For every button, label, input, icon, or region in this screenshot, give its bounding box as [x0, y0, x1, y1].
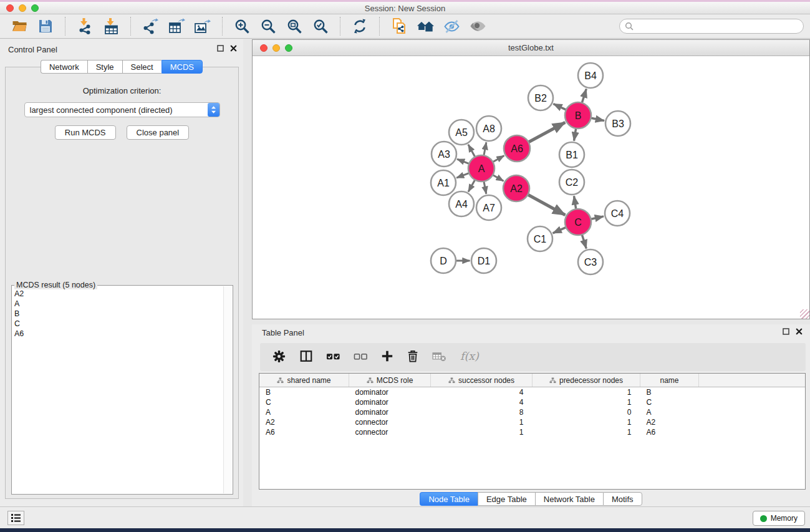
graph-edge-A2-C[interactable] [528, 195, 566, 215]
result-item[interactable]: C [14, 319, 223, 329]
graph-node-A5[interactable]: A5 [449, 120, 474, 145]
graph-node-C1[interactable]: C1 [528, 226, 552, 251]
search-input[interactable] [619, 19, 804, 34]
home-view-button[interactable] [414, 16, 436, 36]
add-row-button[interactable] [381, 350, 393, 364]
graph-node-D1[interactable]: D1 [471, 248, 496, 273]
result-item[interactable]: A6 [14, 329, 223, 339]
graph-node-A2[interactable]: A2 [503, 175, 529, 201]
graph-node-A[interactable]: A [468, 155, 494, 181]
graph-edge-C-C2[interactable] [574, 196, 576, 209]
table-row[interactable]: Adominator80A [259, 407, 805, 417]
graph-node-A7[interactable]: A7 [476, 195, 501, 220]
export-network-button[interactable] [139, 16, 162, 36]
graph-node-B3[interactable]: B3 [605, 111, 630, 136]
tab-network[interactable]: Network [41, 60, 87, 74]
column-header-predecessor-nodes[interactable]: predecessor nodes [533, 374, 640, 387]
run-mcds-button[interactable]: Run MCDS [55, 125, 116, 140]
svg-text:B: B [575, 110, 582, 121]
tab-network-table[interactable]: Network Table [535, 492, 603, 506]
close-panel-button[interactable]: Close panel [127, 125, 190, 140]
graph-node-A8[interactable]: A8 [476, 116, 501, 141]
graph-node-A3[interactable]: A3 [432, 142, 456, 167]
float-table-panel-button[interactable] [783, 328, 789, 335]
graph-edge-A-A4[interactable] [468, 180, 475, 192]
graph-edge-C-C3[interactable] [582, 235, 586, 249]
network-from-selection-button[interactable] [388, 16, 410, 36]
graph-node-B2[interactable]: B2 [528, 85, 553, 110]
graph-edge-A-A6[interactable] [493, 156, 504, 162]
graph-edge-B-B1[interactable] [574, 128, 576, 141]
result-scrollbar[interactable] [223, 286, 232, 493]
zoom-fit-button[interactable] [283, 16, 306, 36]
tab-select[interactable]: Select [122, 60, 162, 74]
import-network-button[interactable] [74, 16, 96, 36]
graph-edge-A-A3[interactable] [457, 159, 469, 163]
tab-node-table[interactable]: Node Table [420, 492, 478, 506]
table-row[interactable]: A2connector11A2 [259, 417, 805, 427]
close-panel-icon-button[interactable] [230, 45, 237, 52]
graph-edge-A-A8[interactable] [484, 142, 486, 155]
export-image-button[interactable] [191, 16, 214, 36]
column-header-successor-nodes[interactable]: successor nodes [431, 374, 533, 387]
graph-edge-A-A5[interactable] [468, 145, 475, 157]
graph-node-C4[interactable]: C4 [605, 201, 630, 226]
graph-node-C2[interactable]: C2 [559, 170, 584, 195]
table-row[interactable]: A6connector11A6 [259, 427, 805, 437]
column-header-shared-name[interactable]: shared name [259, 374, 349, 387]
resize-grip[interactable] [800, 309, 809, 319]
graph-node-D[interactable]: D [431, 248, 456, 273]
columns-button[interactable] [299, 349, 313, 365]
result-item[interactable]: A [14, 299, 223, 309]
graph-node-C3[interactable]: C3 [578, 249, 603, 274]
zoom-in-button[interactable] [231, 16, 253, 36]
show-all-button[interactable] [466, 16, 489, 36]
deselect-all-button[interactable] [354, 351, 368, 364]
graph-edge-C-C4[interactable] [591, 216, 604, 219]
zoom-out-button[interactable] [257, 16, 279, 36]
graph-edge-A-A2[interactable] [493, 175, 504, 181]
task-history-button[interactable] [7, 511, 24, 525]
graph-node-A6[interactable]: A6 [504, 135, 530, 162]
graph-node-B[interactable]: B [565, 102, 591, 128]
select-all-button[interactable] [326, 351, 340, 364]
criterion-select[interactable]: largest connected component (directed) [24, 102, 220, 117]
column-header-name[interactable]: name [640, 374, 699, 387]
graph-node-B4[interactable]: B4 [578, 63, 603, 88]
refresh-button[interactable] [349, 16, 371, 36]
graph-edge-B-B3[interactable] [591, 118, 604, 120]
network-canvas[interactable]: B4B2BB3A5A8A6B1A3AA1C2A2A4A7C4CC1DD1C3 [253, 56, 809, 319]
table-row[interactable]: Bdominator41B [259, 387, 805, 398]
result-item[interactable]: A2 [14, 289, 223, 299]
open-session-button[interactable] [8, 16, 31, 36]
tab-motifs[interactable]: Motifs [603, 492, 642, 506]
export-table-button[interactable] [165, 16, 188, 36]
graph-edge-C-C1[interactable] [553, 228, 566, 233]
zoom-selected-button[interactable] [309, 16, 332, 36]
graph-node-A1[interactable]: A1 [431, 170, 456, 195]
memory-button[interactable]: Memory [753, 511, 805, 526]
graph-edge-A6-B[interactable] [529, 122, 565, 142]
table-row[interactable]: Cdominator41C [259, 397, 805, 407]
graph-node-C[interactable]: C [565, 209, 591, 235]
memory-label: Memory [771, 514, 798, 523]
tab-edge-table[interactable]: Edge Table [478, 492, 535, 506]
tab-mcds[interactable]: MCDS [162, 60, 203, 74]
settings-button[interactable] [272, 349, 286, 365]
graph-edge-A-A7[interactable] [484, 181, 486, 194]
graph-node-B1[interactable]: B1 [559, 142, 584, 167]
import-table-button[interactable] [100, 16, 122, 36]
float-panel-button[interactable] [217, 45, 224, 52]
close-table-panel-button[interactable] [796, 328, 803, 335]
delete-row-button[interactable] [407, 349, 419, 365]
graph-edge-A-A1[interactable] [456, 173, 469, 178]
graph-edge-B-B2[interactable] [553, 104, 566, 110]
graph-node-A4[interactable]: A4 [449, 191, 474, 216]
save-session-button[interactable] [34, 16, 57, 36]
result-item[interactable]: B [14, 309, 223, 319]
network-window-titlebar[interactable]: testGlobe.txt [253, 40, 809, 56]
graph-edge-B-B4[interactable] [582, 89, 586, 103]
tab-style[interactable]: Style [87, 60, 122, 74]
column-header-MCDS-role[interactable]: MCDS role [349, 374, 431, 387]
hide-selected-button[interactable] [440, 16, 463, 36]
